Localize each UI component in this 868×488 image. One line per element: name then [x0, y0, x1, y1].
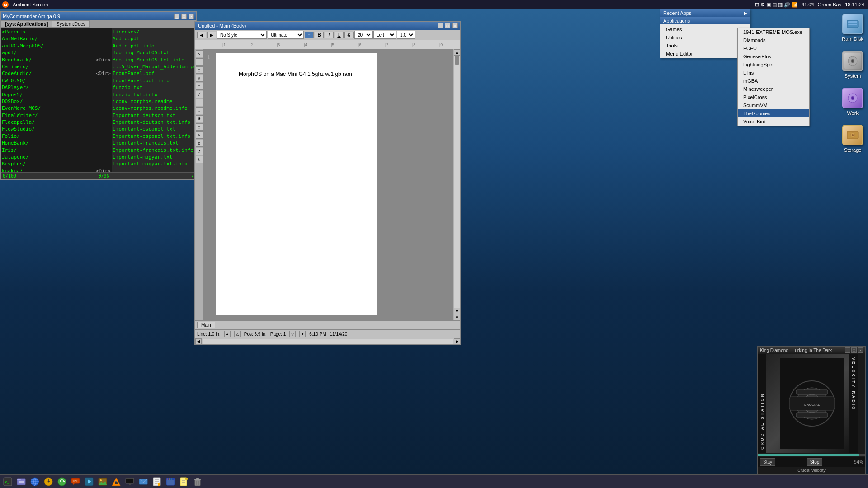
tool-arrow[interactable]: ↖ [196, 50, 203, 57]
game-item-diamonds[interactable]: Diamonds [738, 36, 809, 44]
hscroll-left-btn[interactable]: ◀ [195, 338, 202, 345]
game-item-minesweeper[interactable]: Minesweeper [738, 85, 809, 93]
tool-misc1[interactable]: ⊞ [196, 123, 203, 131]
game-item-goonies[interactable]: TheGoonies [738, 109, 809, 117]
media-stop-btn[interactable]: Stop [807, 458, 823, 466]
tool-zoom-out[interactable]: - [196, 107, 203, 114]
media-progress-bar[interactable] [758, 454, 865, 456]
filemanager-maximize-btn[interactable]: □ [181, 14, 187, 19]
game-item-scummvm[interactable]: ScummVM [738, 101, 809, 109]
taskbar-irc[interactable]: IRC [70, 476, 81, 488]
filemanager-minimize-btn[interactable]: _ [174, 14, 179, 19]
list-item[interactable]: Audio.pdf.info [113, 42, 195, 49]
list-item[interactable]: apdf/ [2, 49, 111, 56]
taskbar-update[interactable] [56, 476, 68, 488]
list-item[interactable]: kuakua/<Dir> [2, 168, 111, 172]
size-select[interactable]: 20 [354, 31, 373, 39]
list-item[interactable]: Important-deutsch.txt [113, 112, 195, 119]
dropdown-menu-editor[interactable]: Menu Editor [660, 50, 750, 58]
tool-line[interactable]: ╱ [196, 91, 203, 98]
list-item[interactable]: iconv-morphos.readme.info [113, 105, 195, 112]
desktop-icon-ramdisk[interactable]: Ram Disk [842, 14, 863, 42]
list-item[interactable]: Audio.pdf [113, 35, 195, 42]
list-item[interactable]: Important-magyar.txt.info [113, 160, 195, 167]
list-item[interactable]: Booting MorphOS.txt [113, 49, 195, 56]
game-item-ltris[interactable]: LTris [738, 69, 809, 77]
toolbar-bold[interactable]: B [315, 32, 324, 38]
game-item-genesis[interactable]: GenesisPlus [738, 52, 809, 61]
editor-close-btn[interactable]: × [452, 23, 458, 28]
media-maximize-btn[interactable]: □ [851, 347, 857, 353]
game-item-voxelbird[interactable]: Voxel Bird [738, 117, 809, 126]
media-stay-btn[interactable]: Stay [760, 458, 775, 466]
list-item[interactable]: DOSBox/ [2, 98, 111, 105]
toolbar-underline[interactable]: U [335, 32, 344, 38]
taskbar-clock[interactable] [42, 476, 54, 488]
tool-shape[interactable]: ◻ [196, 83, 203, 90]
desktop-icon-system[interactable]: System [842, 51, 863, 79]
list-item[interactable]: amIRC-MorphOS/ [2, 42, 111, 49]
list-item[interactable]: iconv-morphos.readme [113, 98, 195, 105]
list-item[interactable]: <Parent> [2, 28, 111, 35]
list-item[interactable]: Important-magyar.txt [113, 154, 195, 160]
game-item-fceu[interactable]: FCEU [738, 44, 809, 52]
list-item[interactable]: Kryptos/ [2, 160, 111, 167]
toolbar-align-icon[interactable]: ≡ [305, 32, 314, 38]
editor-maximize-btn[interactable]: □ [445, 23, 450, 28]
fm-right-tab[interactable]: System:Docs [52, 20, 90, 28]
media-close-btn[interactable]: × [858, 347, 863, 353]
list-item[interactable]: Important-francais.txt.info [113, 147, 195, 154]
tool-misc2[interactable]: ✎ [196, 131, 203, 139]
list-item[interactable]: EvenMore_MOS/ [2, 105, 111, 112]
list-item[interactable]: Licenses/ [113, 28, 195, 35]
list-item[interactable]: Folio/ [2, 133, 111, 140]
game-item-mgba[interactable]: mGBA [738, 77, 809, 85]
list-item[interactable]: Iris/ [2, 147, 111, 154]
media-minimize-btn[interactable]: _ [845, 347, 850, 353]
list-item[interactable]: Important-espanol.txt [113, 126, 195, 132]
list-item[interactable]: AmiNetRadio/ [2, 35, 111, 42]
list-item[interactable]: DAPlayer/ [2, 84, 111, 91]
desktop-icon-storage[interactable]: Storage [842, 125, 863, 153]
desktop-icon-work[interactable]: Work [842, 88, 863, 116]
list-item[interactable]: Booting MorphOS.txt.info [113, 56, 195, 63]
taskbar-terminal[interactable]: >_ [2, 476, 14, 488]
list-item[interactable]: FlowStudio/ [2, 126, 111, 132]
list-item[interactable]: Calimero/ [2, 63, 111, 70]
list-item[interactable]: FrontPanel.pdf.info [113, 77, 195, 84]
list-item[interactable]: funzip.txt [113, 84, 195, 91]
hscroll-right-btn[interactable]: ▶ [454, 338, 460, 345]
list-item[interactable]: Dopus5/ [2, 91, 111, 98]
game-item-lightning[interactable]: LightningSpirit [738, 61, 809, 69]
list-item[interactable]: Jalapeno/ [2, 154, 111, 160]
toolbar-arrow-right[interactable]: ▶ [207, 32, 216, 38]
taskbar-notes[interactable] [178, 476, 190, 488]
taskbar-player[interactable] [83, 476, 95, 488]
list-item[interactable]: CW 0.90/ [2, 77, 111, 84]
taskbar-trash[interactable] [192, 476, 203, 488]
dropdown-games[interactable]: Games [660, 25, 750, 33]
list-item[interactable]: funzip.txt.info [113, 91, 195, 98]
taskbar-filemanager[interactable] [15, 476, 27, 488]
taskbar-browser2[interactable] [165, 476, 176, 488]
status-down-btn[interactable]: ▽ [289, 331, 296, 337]
taskbar-mail[interactable] [137, 476, 149, 488]
editor-page[interactable]: MorphOS on a Mac Mini G4 1.5ghz w/1 gb r… [216, 53, 377, 315]
toolbar-arrow-left[interactable]: ◀ [197, 32, 206, 38]
toolbar-italic[interactable]: I [325, 32, 334, 38]
spacing-select[interactable]: 1.0 [397, 31, 415, 39]
game-item-pixelcross[interactable]: PixelCross [738, 93, 809, 101]
taskbar-vlc[interactable] [110, 476, 122, 488]
list-item[interactable]: ...5_User_Manual_Addendum.pdf [113, 63, 195, 70]
list-item[interactable]: HomeBank/ [2, 140, 111, 146]
style-select[interactable]: No Style [217, 31, 267, 39]
taskbar-pen[interactable] [151, 476, 163, 488]
list-item[interactable]: Important-espanol.txt.info [113, 133, 195, 140]
fm-left-tab[interactable]: [sys:Applications] [1, 20, 52, 28]
scroll-up-btn[interactable]: ▲ [454, 49, 460, 56]
status-up-btn[interactable]: ▲ [224, 331, 231, 337]
tool-misc4[interactable]: ↺ [196, 148, 203, 155]
taskbar-browser[interactable] [29, 476, 41, 488]
editor-minimize-btn[interactable]: _ [438, 23, 443, 28]
tool-text[interactable]: T [196, 58, 203, 66]
